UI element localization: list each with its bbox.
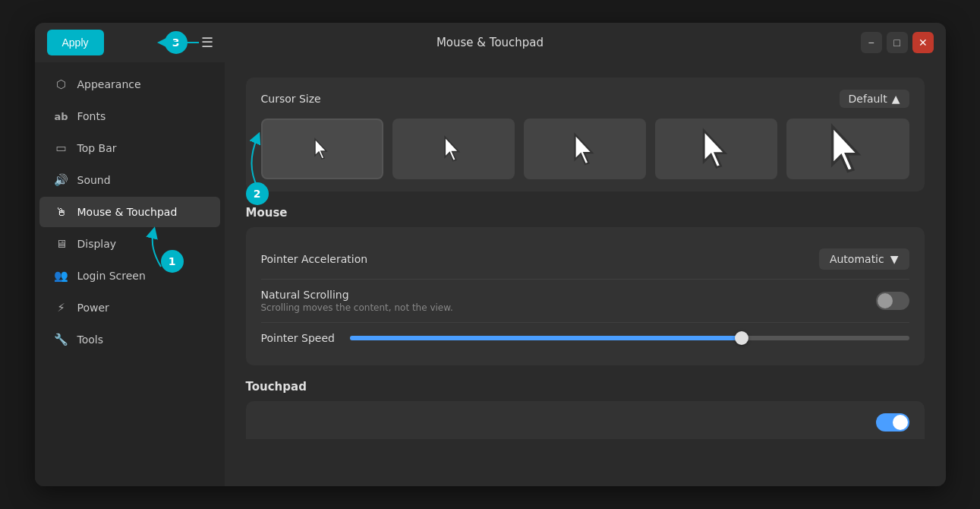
pointer-speed-row: Pointer Speed [261, 323, 909, 353]
natural-scrolling-row: Natural Scrolling Scrolling moves the co… [261, 280, 909, 323]
titlebar: Apply 3 ☰ Mouse & Touchpad − [35, 23, 946, 62]
slider-fill [350, 336, 742, 340]
sidebar-item-display[interactable]: 🖥 Display [39, 229, 220, 259]
chevron-down-icon: ▼ [890, 253, 899, 265]
touchpad-section-heading: Touchpad [246, 379, 925, 394]
toggle-knob [878, 293, 893, 308]
cursor-icon-5 [826, 123, 870, 175]
maximize-button[interactable]: □ [887, 32, 908, 53]
sidebar-item-tools[interactable]: 🔧 Tools [39, 324, 220, 355]
sound-icon: 🔊 [55, 173, 68, 187]
power-icon: ⚡ [55, 301, 68, 315]
window-controls: − □ ✕ [861, 32, 934, 53]
titlebar-left: Apply 3 ☰ [47, 30, 219, 55]
cursor-size-value: Default [849, 93, 887, 105]
appearance-icon: ⬡ [55, 77, 68, 91]
sidebar-item-sound[interactable]: 🔊 Sound [39, 165, 220, 195]
natural-scrolling-sublabel: Scrolling moves the content, not the vie… [261, 302, 453, 313]
touchpad-toggle-knob [893, 415, 908, 430]
cursor-preview-5[interactable] [786, 119, 909, 179]
natural-scrolling-label: Natural Scrolling [261, 289, 453, 301]
apply-button[interactable]: Apply [47, 30, 104, 55]
login-icon: 👥 [55, 269, 68, 283]
pointer-speed-label: Pointer Speed [261, 332, 335, 344]
pointer-acceleration-dropdown[interactable]: Automatic ▼ [819, 248, 909, 270]
touchpad-heading: Touchpad [246, 380, 307, 394]
touchpad-toggle-on[interactable] [876, 413, 909, 432]
sidebar-item-mouse[interactable]: 🖱 Mouse & Touchpad 1 [39, 197, 220, 227]
sidebar-label-topbar: Top Bar [77, 142, 117, 154]
sidebar-item-login[interactable]: 👥 Login Screen [39, 261, 220, 291]
mouse-icon: 🖱 [55, 205, 68, 219]
sidebar-label-fonts: Fonts [77, 110, 106, 122]
window-body: ⬡ Appearance ab Fonts ▭ Top Bar 🔊 Sound … [35, 62, 946, 486]
tools-icon: 🔧 [55, 333, 68, 346]
cursor-size-label: Cursor Size [261, 93, 321, 105]
main-window: Apply 3 ☰ Mouse & Touchpad − [35, 23, 946, 486]
close-button[interactable]: ✕ [912, 32, 934, 53]
cursor-icon-3 [571, 132, 600, 166]
pointer-acceleration-row: Pointer Acceleration Automatic ▼ [261, 239, 909, 280]
sidebar-item-fonts[interactable]: ab Fonts [39, 101, 220, 131]
cursor-icon-1 [313, 138, 331, 160]
cursor-previews: 2 [261, 119, 909, 179]
pointer-acceleration-label: Pointer Acceleration [261, 253, 368, 265]
sidebar-label-power: Power [77, 302, 109, 314]
touchpad-partial-card [246, 401, 925, 439]
mouse-section-card: Pointer Acceleration Automatic ▼ Natural… [246, 227, 925, 365]
minimize-button[interactable]: − [861, 32, 882, 53]
pointer-speed-track[interactable] [350, 336, 909, 340]
sidebar-label-sound: Sound [77, 174, 111, 186]
cursor-preview-2[interactable] [392, 119, 515, 179]
sidebar-label-tools: Tools [77, 334, 104, 346]
cursor-size-dropdown[interactable]: Default ▲ [840, 90, 909, 108]
sidebar-item-appearance[interactable]: ⬡ Appearance [39, 69, 220, 100]
cursor-size-header: Cursor Size Default ▲ [261, 90, 909, 108]
cursor-icon-2 [442, 135, 465, 163]
slider-thumb[interactable] [735, 331, 748, 345]
cursor-preview-4[interactable] [655, 119, 777, 179]
fonts-icon: ab [55, 109, 68, 123]
natural-scrolling-toggle[interactable] [876, 292, 909, 310]
main-content: Cursor Size Default ▲ [225, 62, 946, 486]
window-title: Mouse & Touchpad [436, 36, 544, 49]
sidebar-label-appearance: Appearance [77, 78, 141, 90]
mouse-section-heading: Mouse [246, 205, 925, 220]
cursor-preview-3[interactable] [524, 119, 646, 179]
annotation-arrow-3 [157, 30, 218, 55]
mouse-heading: Mouse [246, 206, 288, 220]
topbar-icon: ▭ [55, 141, 68, 155]
natural-scrolling-text: Natural Scrolling Scrolling moves the co… [261, 289, 453, 313]
sidebar-label-mouse: Mouse & Touchpad [77, 206, 178, 218]
sidebar-item-topbar[interactable]: ▭ Top Bar [39, 133, 220, 163]
cursor-icon-4 [698, 128, 735, 170]
sidebar-item-power[interactable]: ⚡ Power [39, 292, 220, 323]
cursor-preview-1[interactable] [261, 119, 383, 179]
cursor-size-card: Cursor Size Default ▲ [246, 77, 925, 191]
sidebar-label-display: Display [77, 238, 117, 250]
pointer-speed-slider-container [350, 336, 909, 340]
sidebar: ⬡ Appearance ab Fonts ▭ Top Bar 🔊 Sound … [35, 62, 225, 486]
display-icon: 🖥 [55, 237, 68, 251]
pointer-acceleration-value: Automatic [830, 253, 884, 265]
sidebar-label-login: Login Screen [77, 270, 146, 282]
chevron-up-icon: ▲ [892, 93, 900, 105]
